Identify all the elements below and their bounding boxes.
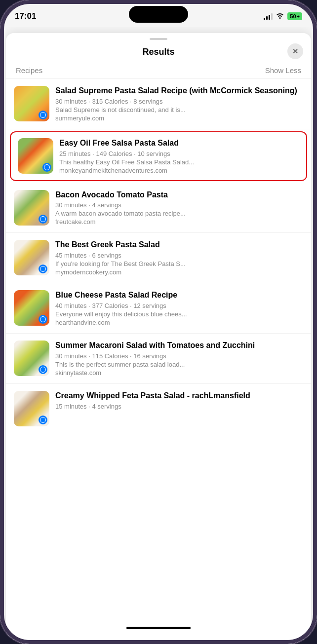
recipe-desc: Salad Supreme is not discontinued, and i… bbox=[55, 106, 303, 114]
recipe-thumbnail-bacon-avocado bbox=[14, 190, 49, 226]
recipe-thumbnail-summer-mac bbox=[14, 341, 49, 376]
signal-bar-3 bbox=[269, 15, 270, 20]
recipe-title: Blue Cheese Pasta Salad Recipe bbox=[55, 290, 303, 301]
recipe-source: monkeyandmekitchenadventures.com bbox=[59, 167, 299, 174]
signal-bar-4 bbox=[271, 13, 273, 20]
recipe-desc: This is the perfect summer pasta salad l… bbox=[55, 361, 303, 368]
recipe-thumbnail-greek-pasta bbox=[14, 240, 49, 275]
safari-badge bbox=[42, 163, 51, 172]
recipe-thumbnail-easy-oil-free bbox=[18, 138, 53, 174]
recipe-thumbnail-whipped-feta bbox=[14, 391, 49, 426]
section-label: Recipes bbox=[16, 66, 42, 75]
recipe-info-easy-oil-free: Easy Oil Free Salsa Pasta Salad 25 minut… bbox=[59, 138, 299, 174]
recipe-meta: 30 minutes · 315 Calories · 8 servings bbox=[55, 98, 303, 105]
modal-title: Results bbox=[142, 47, 174, 57]
recipe-title: Salad Supreme Pasta Salad Recipe (with M… bbox=[55, 86, 303, 96]
recipe-info-salad-supreme: Salad Supreme Pasta Salad Recipe (with M… bbox=[55, 86, 303, 122]
dynamic-island bbox=[129, 6, 188, 23]
recipe-desc: This healthy Easy Oil Free Salsa Pasta S… bbox=[59, 158, 299, 166]
recipe-info-greek-pasta: The Best Greek Pasta Salad 45 minutes · … bbox=[55, 240, 303, 276]
recipe-title: Easy Oil Free Salsa Pasta Salad bbox=[59, 138, 299, 149]
phone-frame: 17:01 50+ Results ✕ bbox=[0, 0, 317, 644]
section-header: Recipes Show Less bbox=[6, 62, 311, 79]
status-time: 17:01 bbox=[15, 11, 36, 21]
recipe-meta: 15 minutes · 4 servings bbox=[55, 403, 303, 410]
recipe-meta: 25 minutes · 149 Calories · 10 servings bbox=[59, 150, 299, 157]
recipe-thumbnail-blue-cheese bbox=[14, 290, 49, 326]
recipe-item-whipped-feta[interactable]: Creamy Whipped Feta Pasta Salad - rachLm… bbox=[6, 384, 311, 426]
recipe-desc: Everyone will enjoy this delicious blue … bbox=[55, 310, 303, 318]
recipe-item-blue-cheese[interactable]: Blue Cheese Pasta Salad Recipe 40 minute… bbox=[6, 283, 311, 334]
recipe-meta: 30 minutes · 115 Calories · 16 servings bbox=[55, 352, 303, 360]
main-content: Results ✕ Recipes Show Less Salad Suprem… bbox=[0, 27, 317, 644]
safari-badge bbox=[39, 265, 47, 273]
battery-icon: 50+ bbox=[287, 12, 302, 20]
safari-badge bbox=[39, 315, 47, 324]
recipe-desc: If you're looking for The Best Greek Pas… bbox=[55, 260, 303, 267]
recipe-meta: 45 minutes · 6 servings bbox=[55, 252, 303, 259]
close-button[interactable]: ✕ bbox=[287, 43, 303, 59]
recipe-info-whipped-feta: Creamy Whipped Feta Pasta Salad - rachLm… bbox=[55, 391, 303, 411]
recipe-item-salad-supreme[interactable]: Salad Supreme Pasta Salad Recipe (with M… bbox=[6, 79, 311, 129]
recipe-item-easy-oil-free[interactable]: Easy Oil Free Salsa Pasta Salad 25 minut… bbox=[10, 131, 307, 181]
modal-sheet: Results ✕ Recipes Show Less Salad Suprem… bbox=[6, 33, 311, 644]
recipe-info-blue-cheese: Blue Cheese Pasta Salad Recipe 40 minute… bbox=[55, 290, 303, 326]
home-indicator bbox=[126, 627, 191, 629]
signal-bar-2 bbox=[266, 16, 268, 20]
recipe-meta: 30 minutes · 4 servings bbox=[55, 201, 303, 209]
recipe-info-bacon-avocado: Bacon Avocado Tomato Pasta 30 minutes · … bbox=[55, 190, 303, 226]
recipe-title: Creamy Whipped Feta Pasta Salad - rachLm… bbox=[55, 391, 303, 401]
recipe-item-bacon-avocado[interactable]: Bacon Avocado Tomato Pasta 30 minutes · … bbox=[6, 183, 311, 233]
modal-header: Results ✕ bbox=[6, 40, 311, 62]
show-less-button[interactable]: Show Less bbox=[265, 66, 301, 75]
recipe-title: Bacon Avocado Tomato Pasta bbox=[55, 190, 303, 200]
recipe-list: Salad Supreme Pasta Salad Recipe (with M… bbox=[6, 79, 311, 644]
recipe-source: freutcake.com bbox=[55, 218, 303, 226]
safari-badge bbox=[39, 215, 47, 224]
recipe-item-greek-pasta[interactable]: The Best Greek Pasta Salad 45 minutes · … bbox=[6, 233, 311, 283]
recipe-meta: 40 minutes · 377 Calories · 12 servings bbox=[55, 302, 303, 309]
signal-bar-1 bbox=[264, 18, 265, 20]
safari-badge bbox=[39, 416, 47, 424]
status-icons: 50+ bbox=[264, 12, 302, 20]
recipe-desc: A warm bacon avocado tomato pasta recipe… bbox=[55, 210, 303, 217]
safari-badge bbox=[39, 365, 47, 374]
wifi-icon bbox=[276, 12, 284, 20]
recipe-source: mymoderncookery.com bbox=[55, 268, 303, 276]
recipe-thumbnail-salad-supreme bbox=[14, 86, 49, 121]
recipe-item-summer-mac[interactable]: Summer Macaroni Salad with Tomatoes and … bbox=[6, 334, 311, 384]
recipe-title: The Best Greek Pasta Salad bbox=[55, 240, 303, 250]
recipe-source: skinnytaste.com bbox=[55, 369, 303, 377]
signal-bars-icon bbox=[264, 13, 273, 20]
recipe-title: Summer Macaroni Salad with Tomatoes and … bbox=[55, 341, 303, 351]
recipe-info-summer-mac: Summer Macaroni Salad with Tomatoes and … bbox=[55, 341, 303, 377]
recipe-source: summeryule.com bbox=[55, 114, 303, 122]
recipe-source: hearthandvine.com bbox=[55, 319, 303, 326]
safari-badge bbox=[39, 111, 47, 119]
